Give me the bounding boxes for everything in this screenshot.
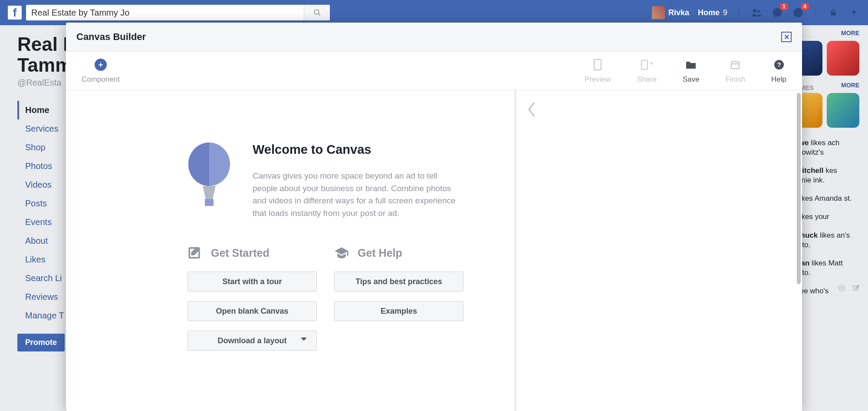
canvas-preview-panel (516, 90, 802, 411)
svg-point-2 (753, 9, 756, 13)
save-button[interactable]: Save (683, 59, 700, 84)
close-button[interactable]: ✕ (781, 32, 792, 42)
search-button[interactable] (304, 5, 330, 20)
svg-text:?: ? (777, 61, 781, 68)
examples-button[interactable]: Examples (334, 301, 464, 321)
divider (815, 7, 816, 18)
finish-label: Finish (726, 75, 745, 84)
help-icon: ? (773, 59, 785, 71)
account-menu-button[interactable]: ▼ (848, 7, 860, 19)
lock-icon (827, 7, 839, 19)
welcome-section: Welcome to Canvas Canvas gives you more … (187, 143, 464, 219)
chevron-left-icon (526, 101, 537, 118)
add-component-button[interactable]: + Component (82, 59, 120, 84)
game-tile[interactable] (827, 93, 859, 128)
balloon-icon (187, 143, 231, 212)
svg-rect-16 (205, 199, 214, 206)
open-blank-canvas-button[interactable]: Open blank Canvas (187, 301, 317, 321)
modal-header: Canvas Builder ✕ (66, 23, 802, 52)
get-help-header: Get Help (334, 245, 464, 260)
phone-icon (592, 59, 604, 71)
svg-rect-11 (731, 62, 739, 69)
notifications-badge: 4 (801, 3, 809, 10)
promote-button[interactable]: Promote (17, 334, 65, 351)
start-tour-button[interactable]: Start with a tour (187, 272, 317, 292)
games-more-link[interactable]: MORE (841, 82, 859, 89)
svg-rect-9 (641, 60, 648, 70)
canvas-content-panel: Welcome to Canvas Canvas gives you more … (66, 90, 516, 411)
app-tile[interactable] (827, 41, 859, 76)
share-icon: + (641, 59, 653, 71)
search-icon (313, 9, 321, 17)
notifications-button[interactable]: 4 (792, 7, 804, 19)
close-icon: ✕ (784, 33, 789, 41)
facebook-logo-icon[interactable]: f (8, 6, 22, 20)
home-count: 9 (723, 8, 727, 17)
search-input[interactable] (26, 8, 304, 18)
ticker-controls (838, 284, 860, 294)
facebook-top-bar: f Rivka Home 9 1 (0, 0, 868, 25)
home-label: Home (698, 8, 720, 17)
messages-badge: 1 (780, 3, 788, 10)
modal-body: Welcome to Canvas Canvas gives you more … (66, 90, 802, 411)
preview-button: Preview (585, 59, 611, 84)
get-started-column: Get Started Start with a tour Open blank… (187, 245, 317, 360)
compose-icon[interactable] (852, 284, 860, 294)
gear-icon[interactable] (838, 284, 845, 294)
component-label: Component (82, 75, 120, 84)
tips-button[interactable]: Tips and best practices (334, 272, 464, 292)
share-button: + Share (637, 59, 657, 84)
download-layout-dropdown[interactable]: Download a layout (187, 331, 317, 351)
plus-icon: + (95, 59, 107, 71)
home-link[interactable]: Home 9 (698, 8, 727, 17)
chevron-down-icon: ▼ (848, 7, 860, 19)
svg-line-1 (318, 13, 320, 16)
share-label: Share (637, 75, 657, 84)
messages-button[interactable]: 1 (771, 7, 783, 19)
canvas-builder-modal: Canvas Builder ✕ + Component Preview + S… (66, 23, 802, 411)
svg-text:+: + (650, 60, 653, 67)
svg-point-6 (841, 287, 843, 289)
get-started-header: Get Started (187, 245, 317, 260)
get-help-column: Get Help Tips and best practices Example… (334, 245, 464, 360)
actions-section: Get Started Start with a tour Open blank… (187, 245, 464, 360)
modal-toolbar: + Component Preview + Share Save F (66, 52, 802, 90)
svg-point-3 (757, 10, 760, 13)
friend-requests-button[interactable] (750, 7, 763, 19)
help-button[interactable]: ? Help (771, 59, 786, 84)
welcome-text: Welcome to Canvas Canvas gives you more … (253, 143, 464, 219)
save-label: Save (683, 75, 700, 84)
friends-icon (750, 7, 763, 19)
preview-label: Preview (585, 75, 611, 84)
topbar-right: Rivka Home 9 1 4 (652, 6, 860, 19)
scrollbar[interactable] (797, 93, 801, 284)
privacy-shortcuts-button[interactable] (827, 7, 839, 19)
graduation-cap-icon (334, 245, 349, 260)
profile-link[interactable]: Rivka (652, 6, 689, 19)
modal-title: Canvas Builder (76, 31, 146, 43)
profile-name: Rivka (668, 8, 689, 17)
folder-icon (685, 59, 697, 71)
finish-button: Finish (726, 59, 745, 84)
get-started-title: Get Started (211, 247, 270, 259)
search-container (26, 5, 330, 20)
welcome-heading: Welcome to Canvas (253, 143, 464, 157)
get-help-title: Get Help (358, 247, 402, 259)
svg-point-0 (314, 10, 319, 14)
avatar (652, 6, 665, 19)
preview-back-button[interactable] (526, 101, 537, 122)
help-label: Help (771, 75, 786, 84)
welcome-body: Canvas gives you more space beyond an ad… (253, 170, 464, 219)
calendar-icon (729, 59, 741, 71)
svg-rect-5 (831, 12, 836, 15)
svg-rect-8 (594, 60, 601, 70)
edit-icon (187, 245, 202, 260)
divider (739, 7, 739, 18)
